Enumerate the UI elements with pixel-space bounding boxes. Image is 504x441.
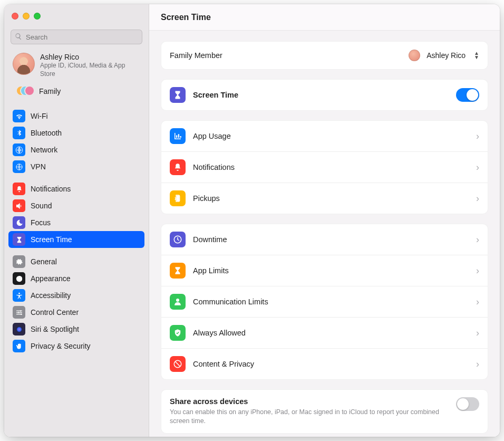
family-label: Family — [39, 87, 61, 95]
nav-row-label: Content & Privacy — [193, 360, 470, 368]
sidebar-item-focus[interactable]: Focus — [8, 214, 144, 231]
family-member-row[interactable]: Family Member Ashley Rico ▲▼ — [161, 42, 488, 69]
sidebar-item-label: Wi-Fi — [31, 112, 140, 120]
hourglass-icon — [13, 233, 25, 246]
account-sub: Apple ID, iCloud, Media & App Store — [40, 61, 140, 78]
family-icon — [16, 85, 34, 97]
chevron-right-icon: › — [476, 328, 479, 339]
nope-icon — [170, 356, 186, 372]
clock-icon — [170, 232, 186, 247]
accessibility-icon — [13, 289, 25, 302]
speaker-icon — [13, 199, 25, 212]
family-member-value: Ashley Rico — [427, 51, 466, 60]
check-shield-icon — [170, 325, 186, 341]
nav-row-app-usage[interactable]: App Usage› — [161, 121, 488, 151]
updown-icon: ▲▼ — [474, 51, 479, 60]
sidebar-item-notifications[interactable]: Notifications — [8, 180, 144, 197]
family-row[interactable]: Family — [8, 82, 144, 102]
sliders-icon — [13, 306, 25, 319]
sidebar-item-sound[interactable]: Sound — [8, 197, 144, 214]
sidebar-item-network[interactable]: Network — [8, 141, 144, 158]
sidebar-item-vpn[interactable]: VPN — [8, 158, 144, 175]
page-title: Screen Time — [161, 13, 211, 22]
nav-row-app-limits[interactable]: App Limits› — [161, 255, 488, 286]
screen-time-toggle-card: Screen Time — [161, 79, 488, 111]
pickup-icon — [170, 190, 186, 206]
sidebar-item-label: Accessibility — [31, 291, 140, 300]
sidebar-item-label: Screen Time — [31, 235, 140, 244]
appearance-icon — [13, 272, 25, 285]
chevron-right-icon: › — [476, 162, 479, 173]
screen-time-toggle-row: Screen Time — [161, 80, 488, 110]
search-icon — [15, 33, 22, 40]
family-member-avatar — [409, 50, 420, 61]
sidebar-item-control-center[interactable]: Control Center — [8, 304, 144, 321]
main-header: Screen Time — [149, 4, 500, 31]
globe-icon — [13, 143, 25, 156]
sidebar-item-label: VPN — [31, 162, 140, 171]
search-input[interactable] — [11, 30, 142, 44]
screen-time-toggle-label: Screen Time — [193, 91, 450, 99]
hourglass-icon — [170, 87, 186, 103]
share-devices-title: Share across devices — [170, 397, 449, 406]
sidebar-item-label: Appearance — [31, 274, 140, 283]
share-devices-toggle[interactable] — [456, 397, 479, 411]
nav-row-content-privacy[interactable]: Content & Privacy› — [161, 348, 488, 379]
sidebar-item-label: Bluetooth — [31, 129, 140, 137]
nav-row-label: App Usage — [193, 132, 470, 140]
family-member-label: Family Member — [170, 51, 402, 60]
window-close-button[interactable] — [12, 13, 18, 20]
globe-shield-icon — [13, 160, 25, 173]
nav-row-pickups[interactable]: Pickups› — [161, 183, 488, 214]
usage-card: App Usage›Notifications›Pickups› — [161, 120, 488, 214]
bell-icon — [170, 159, 186, 175]
sidebar-item-label: General — [31, 257, 140, 266]
nav-row-notifications[interactable]: Notifications› — [161, 151, 488, 183]
siri-icon — [13, 323, 25, 335]
bell-icon — [13, 183, 25, 195]
sidebar-item-accessibility[interactable]: Accessibility — [8, 287, 144, 304]
hand-icon — [13, 340, 25, 352]
nav-row-always-allowed[interactable]: Always Allowed› — [161, 317, 488, 348]
avatar — [13, 53, 35, 75]
screen-time-toggle[interactable] — [456, 88, 479, 102]
chevron-right-icon: › — [476, 193, 479, 204]
person-icon — [170, 294, 186, 310]
nav-row-label: Notifications — [193, 163, 470, 171]
sidebar-item-privacy-security[interactable]: Privacy & Security — [8, 338, 144, 354]
sidebar: Ashley Rico Apple ID, iCloud, Media & Ap… — [4, 4, 149, 437]
nav-row-communication-limits[interactable]: Communication Limits› — [161, 286, 488, 317]
window-zoom-button[interactable] — [34, 13, 41, 20]
nav-row-label: Downtime — [193, 235, 470, 244]
nav-row-label: Pickups — [193, 194, 470, 203]
share-devices-sub: You can enable this on any iPhone, iPad,… — [170, 408, 449, 426]
bluetooth-icon — [13, 127, 25, 139]
chevron-right-icon: › — [476, 234, 479, 245]
sidebar-item-siri-spotlight[interactable]: Siri & Spotlight — [8, 321, 144, 338]
sidebar-item-appearance[interactable]: Appearance — [8, 270, 144, 287]
share-devices-card: Share across devices You can enable this… — [161, 389, 488, 434]
sidebar-item-screen-time[interactable]: Screen Time — [8, 231, 144, 248]
sidebar-item-label: Sound — [31, 202, 140, 210]
gear-icon — [13, 255, 25, 268]
moon-icon — [13, 216, 25, 229]
account-row[interactable]: Ashley Rico Apple ID, iCloud, Media & Ap… — [8, 50, 144, 82]
sidebar-item-label: Siri & Spotlight — [31, 325, 140, 333]
nav-row-label: Always Allowed — [193, 329, 470, 337]
sidebar-item-label: Notifications — [31, 185, 140, 193]
limits-card: Downtime›App Limits›Communication Limits… — [161, 224, 488, 380]
sidebar-item-label: Network — [31, 146, 140, 154]
nav-row-downtime[interactable]: Downtime› — [161, 224, 488, 255]
nav-row-label: Communication Limits — [193, 298, 470, 306]
chevron-right-icon: › — [476, 296, 479, 308]
sidebar-item-bluetooth[interactable]: Bluetooth — [8, 124, 144, 141]
window-minimize-button[interactable] — [23, 13, 30, 20]
sidebar-item-wi-fi[interactable]: Wi-Fi — [8, 108, 144, 124]
hourglass-icon — [170, 263, 186, 279]
family-member-card: Family Member Ashley Rico ▲▼ — [161, 41, 488, 70]
sidebar-item-label: Privacy & Security — [31, 342, 140, 350]
chevron-right-icon: › — [476, 131, 479, 142]
account-name: Ashley Rico — [40, 53, 140, 61]
chevron-right-icon: › — [476, 359, 479, 370]
sidebar-item-general[interactable]: General — [8, 253, 144, 270]
